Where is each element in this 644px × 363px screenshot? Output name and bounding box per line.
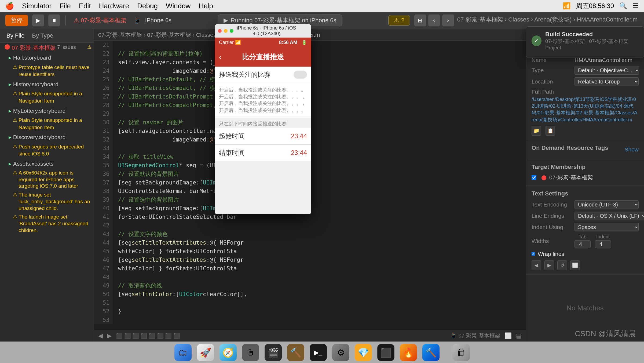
inspector-folder-btn[interactable]: 📁 [532, 126, 541, 136]
inspector-fullpath: Full Path /Users/sen/Desktop/第13节彩马iOS学科… [532, 89, 639, 123]
inspector-lineendings-dropdown[interactable]: Default - OS X / Unix (LF) [575, 212, 644, 220]
inspector-fwd-btn[interactable]: ▶ [544, 260, 554, 270]
inspector-back-btn[interactable]: ◀ [532, 260, 541, 270]
inspector-location-dropdown[interactable]: Relative to Group [575, 77, 639, 86]
iphone-start-value: 23:44 [291, 132, 307, 140]
iphone-back-btn[interactable]: ‹ [219, 53, 221, 61]
iphone-push-label: 推送我关注的比赛 [219, 70, 270, 79]
menu-edit[interactable]: Edit [79, 2, 91, 10]
inspector-share-btn[interactable]: ⬜ [570, 260, 580, 270]
device-name: iPhone 6s [145, 17, 171, 24]
iphone-screen: Carrier 📶 8:56 AM 🔋 ‹ 比分直播推送 推送我关注的比赛 开启… [215, 38, 311, 214]
simulator-window: iPhone 6s - iPhone 6s / iOS 9.0 (13A340)… [215, 24, 311, 214]
dock-finder[interactable]: 🗂 [174, 344, 192, 361]
bottom-toolbar-icons: ⬛ ⬛ ⬛ ⬛ ⬛ ⬛ ⬛ ⬛ [116, 333, 180, 339]
stop-button[interactable]: 暂停 [5, 15, 28, 26]
inspector-target-title: Target Membership [532, 164, 639, 170]
dock-launchpad[interactable]: 🚀 [197, 344, 214, 361]
inspector-show-btn[interactable]: Show [624, 146, 639, 153]
nav-mylottery-storyboard[interactable]: ▸ MyLottery.storyboard [0, 106, 94, 116]
iphone-statusbar: Carrier 📶 8:56 AM 🔋 [215, 38, 311, 47]
iphone-end-time-row[interactable]: 结束时间 23:44 [215, 145, 311, 161]
breadcrumb-part3[interactable]: Classes [196, 32, 216, 38]
dock-terminal[interactable]: ▶_ [310, 344, 327, 361]
menu-file[interactable]: File [60, 2, 71, 10]
stop-btn2[interactable]: ■ [48, 14, 60, 26]
inspector-indentusing-dropdown[interactable]: Spaces [575, 223, 639, 231]
ide-container: 暂停 ▶ ■ ⚠ 07-彩景-基本框架 📱 iPhone 6s ▶ Runnin… [0, 12, 644, 342]
inspector-encoding-dropdown[interactable]: Unicode (UTF-8) [575, 200, 639, 209]
nav-prev-btn[interactable]: ‹ [428, 14, 440, 26]
dock-sketch[interactable]: 💎 [355, 344, 372, 361]
dock-mouse[interactable]: 🖱 [242, 344, 259, 361]
inspector-type-dropdown[interactable]: Default - Objective-C... [575, 66, 639, 75]
iphone-start-time-row[interactable]: 起始时间 23:44 [215, 128, 311, 144]
menu-debug[interactable]: Debug [137, 2, 158, 10]
iphone-push-toggle[interactable] [294, 71, 307, 79]
tab-label: Tab [579, 234, 586, 240]
inspector-copy-btn[interactable]: 📋 [546, 126, 555, 136]
apple-menu[interactable]: 🍎 [5, 2, 14, 10]
inspector-target-name: 07-彩景-基本框架 [549, 174, 593, 181]
sim-close-btn[interactable] [218, 29, 222, 33]
layout-toggle-btn[interactable]: ⊞ [414, 14, 426, 26]
inspector-type-label: Type [532, 67, 575, 74]
inspector-refresh-btn[interactable]: ↺ [557, 260, 567, 270]
sim-minimize-btn[interactable] [224, 29, 228, 33]
by-type-btn[interactable]: By Type [30, 31, 55, 40]
bottom-expand-btn[interactable]: ⬜ [504, 332, 512, 339]
nav-asset-warning2: ⚠ The image set 'luck_entry_background' … [0, 191, 94, 213]
nav-project-root[interactable]: 🔴 07-彩景-基本框架 7 issues ⚠ [0, 43, 94, 53]
inspector-ondemand-section: On Demand Resource Tags Show [526, 140, 644, 159]
dock-trash[interactable]: 🗑 [453, 344, 470, 361]
indent-input[interactable] [595, 240, 611, 248]
bottom-nav-next[interactable]: ▶ [107, 332, 112, 339]
build-success-icon: ✓ [532, 35, 541, 46]
menu-window[interactable]: Window [166, 2, 191, 10]
bottom-collapse-btn[interactable]: ▤ [516, 332, 522, 339]
dock: 🗂 🚀 🧭 🖱 🎬 🔨 ▶_ ⚙ 💎 ⬛ 🔥 🔨 🗑 [0, 342, 644, 363]
sim-maximize-btn[interactable] [230, 29, 233, 33]
menu-simulator[interactable]: Simulator [22, 2, 52, 10]
menu-list-icon[interactable]: ☰ [633, 2, 639, 10]
bottom-nav-prev[interactable]: ◀ [98, 332, 103, 339]
menu-search-icon[interactable]: 🔍 [619, 2, 627, 10]
dock-settings[interactable]: ⚙ [332, 344, 349, 361]
nav-assets[interactable]: ▸ Assets.xcassets [0, 159, 94, 169]
sim-titlebar: iPhone 6s - iPhone 6s / iOS 9.0 (13A340) [215, 24, 311, 38]
iphone-navbar: ‹ 比分直播推送 [215, 47, 311, 67]
inspector-widths-label: Widths [532, 238, 575, 244]
nav-hall-storyboard[interactable]: ▸ Hall.storyboard [0, 53, 94, 63]
nav-history-warning: ⚠ Plain Style unsupported in a Navigatio… [0, 89, 94, 106]
nav-mylottery-warning: ⚠ Plain Style unsupported in a Navigatio… [0, 116, 94, 132]
by-file-btn[interactable]: By File [4, 31, 27, 40]
menu-hardware[interactable]: Hardware [99, 2, 129, 10]
iphone-push-desc: 开启后，当我投注或关注的比赛。。。。开启后，当我投注或关注的比赛。。。，开启后，… [219, 87, 307, 114]
nav-history-storyboard[interactable]: ▸ History.storyboard [0, 79, 94, 89]
dock-dark-app[interactable]: ⬛ [377, 344, 394, 361]
code-content[interactable]: // 设置控制器的背景图片(拉伸) self.view.layer.conten… [113, 41, 526, 324]
dock-quicktime[interactable]: 🎬 [265, 344, 282, 361]
dock-safari[interactable]: 🧭 [219, 344, 237, 361]
breadcrumb-part2[interactable]: 07-彩景-基本框架 [147, 31, 191, 39]
run-button[interactable]: ▶ [32, 14, 44, 26]
device-label: 📱 [134, 17, 141, 24]
wrap-lines-checkbox[interactable] [532, 252, 535, 256]
breadcrumb-part1[interactable]: 07-彩景-基本框架 [98, 31, 142, 39]
iphone-time: 8:56 AM [279, 40, 297, 45]
nav-next-btn[interactable]: › [442, 14, 454, 26]
dock-photon[interactable]: 🔥 [400, 344, 417, 361]
inspector-nav-icons: ◀ ▶ ↺ ⬜ [532, 260, 639, 270]
build-succeeded-popup: ✓ Build Succeeded 07-彩景-基本框架 | 07-彩景-基本框… [526, 29, 644, 57]
iphone-carrier: Carrier 📶 [219, 39, 279, 45]
dock-xcode[interactable]: 🔨 [422, 344, 440, 361]
warning-badge[interactable]: ⚠ ? [388, 15, 410, 26]
menu-help[interactable]: Help [199, 2, 213, 10]
iphone-push-toggle-row: 推送我关注的比赛 [215, 67, 311, 83]
dock-hammer[interactable]: 🔨 [287, 344, 304, 361]
iphone-battery: 🔋 [302, 40, 307, 45]
inspector-name-value: HMAArenaController.m [575, 57, 639, 63]
inspector-target-checkbox[interactable] [532, 175, 536, 180]
nav-discovery-storyboard[interactable]: ▸ Discovery.storyboard [0, 132, 94, 142]
tab-input[interactable] [575, 240, 591, 248]
